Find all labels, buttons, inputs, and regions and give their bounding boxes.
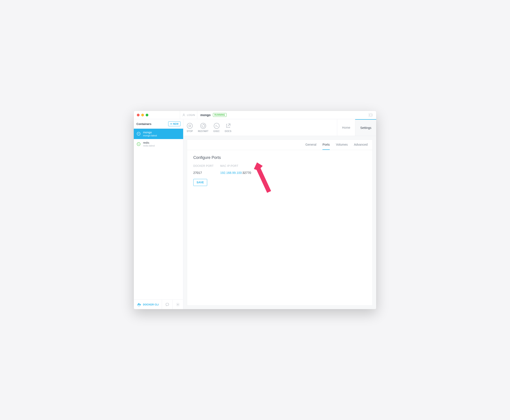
sidebar-item-mongo[interactable]: mongo mongo:latest xyxy=(134,129,183,139)
sidebar-item-redis[interactable]: redis redis:latest xyxy=(134,139,183,150)
svg-rect-3 xyxy=(138,304,138,305)
plus-icon: + xyxy=(170,123,172,125)
col-mac-ip-port: MAC IP:PORT xyxy=(220,164,258,171)
stop-label: STOP xyxy=(187,130,193,132)
stop-icon xyxy=(187,122,193,129)
tab-settings[interactable]: Settings xyxy=(355,119,376,136)
section-title: Configure Ports xyxy=(193,155,366,160)
svg-point-8 xyxy=(187,123,192,128)
preferences-button[interactable] xyxy=(172,300,183,309)
toolbar: STOP RESTART EXEC DOCS xyxy=(183,119,376,136)
new-label: NEW xyxy=(173,122,179,125)
titlebar: LOGIN mongo RUNNING xyxy=(134,111,376,119)
main: STOP RESTART EXEC DOCS xyxy=(183,119,376,309)
cli-label: DOCKER CLI xyxy=(143,303,159,306)
restart-icon xyxy=(200,122,207,129)
restart-label: RESTART xyxy=(198,130,209,132)
container-name: mongo xyxy=(200,113,211,117)
terminal-icon xyxy=(213,122,220,129)
sidebar: Containers + NEW mongo mongo:latest xyxy=(134,119,183,309)
container-running-icon xyxy=(136,132,141,136)
sidebar-item-sublabel: redis:latest xyxy=(143,144,155,147)
tab-home[interactable]: Home xyxy=(337,119,355,136)
svg-point-0 xyxy=(183,114,184,115)
svg-point-7 xyxy=(177,304,179,305)
app-window: LOGIN mongo RUNNING Containers + NEW xyxy=(134,111,376,309)
sidebar-item-label: mongo xyxy=(143,131,157,134)
save-button[interactable]: SAVE xyxy=(193,179,207,186)
zoom-window-button[interactable] xyxy=(146,114,148,116)
svg-rect-5 xyxy=(139,304,140,305)
svg-rect-4 xyxy=(138,304,139,305)
stop-button[interactable]: STOP xyxy=(187,122,193,132)
body: Containers + NEW mongo mongo:latest xyxy=(134,119,376,309)
gear-icon xyxy=(176,303,180,307)
sidebar-title: Containers xyxy=(136,122,151,126)
main-tabs: Home Settings xyxy=(337,119,376,136)
col-docker-port: DOCKER PORT xyxy=(193,164,220,171)
docs-label: DOCS xyxy=(225,130,232,132)
new-container-button[interactable]: + NEW xyxy=(168,121,180,126)
subtab-general[interactable]: General xyxy=(306,143,316,150)
ports-table: DOCKER PORT MAC IP:PORT 27017 192.168.99… xyxy=(193,164,258,179)
user-icon xyxy=(182,113,186,117)
sidebar-item-label: redis xyxy=(143,141,155,144)
whale-icon xyxy=(137,302,141,307)
feedback-button[interactable] xyxy=(162,300,172,309)
exec-label: EXEC xyxy=(214,130,220,132)
svg-point-10 xyxy=(201,123,206,128)
container-list: mongo mongo:latest redis redis:latest xyxy=(134,129,183,300)
panel-body: Configure Ports DOCKER PORT MAC IP:PORT xyxy=(187,150,373,191)
table-row: 27017 192.168.99.100:32770 xyxy=(193,171,258,179)
svg-rect-6 xyxy=(138,303,139,304)
settings-subtabs: General Ports Volumes Advanced xyxy=(187,140,373,150)
close-window-button[interactable] xyxy=(137,114,140,116)
ip-link[interactable]: 192.168.99.100 xyxy=(220,171,241,174)
minimize-window-button[interactable] xyxy=(141,114,144,116)
login-label: LOGIN xyxy=(187,114,195,116)
external-link-icon xyxy=(225,122,232,129)
svg-rect-9 xyxy=(189,125,191,127)
cell-docker-port: 27017 xyxy=(193,171,220,179)
subtab-advanced[interactable]: Advanced xyxy=(354,143,368,150)
brand-logo xyxy=(365,111,376,119)
restart-button[interactable]: RESTART xyxy=(198,122,209,132)
content: General Ports Volumes Advanced Configure… xyxy=(183,136,376,309)
sidebar-footer: DOCKER CLI xyxy=(134,300,183,309)
docker-cli-button[interactable]: DOCKER CLI xyxy=(134,300,162,309)
login-button[interactable]: LOGIN xyxy=(180,111,197,119)
action-bar: STOP RESTART EXEC DOCS xyxy=(187,119,337,136)
sidebar-item-sublabel: mongo:latest xyxy=(143,134,157,137)
title-main: mongo RUNNING xyxy=(197,111,365,119)
settings-panel: General Ports Volumes Advanced Configure… xyxy=(187,140,373,306)
window-controls xyxy=(134,111,180,119)
docs-button[interactable]: DOCS xyxy=(225,122,232,132)
exec-button[interactable]: EXEC xyxy=(213,122,220,132)
kitematic-logo-icon xyxy=(368,112,373,117)
sidebar-header: Containers + NEW xyxy=(134,119,183,129)
subtab-volumes[interactable]: Volumes xyxy=(336,143,348,150)
chat-icon xyxy=(165,303,169,307)
container-running-icon xyxy=(136,142,141,146)
host-port: 32770 xyxy=(242,171,251,174)
cell-mac-ip-port: 192.168.99.100:32770 xyxy=(220,171,258,179)
status-badge: RUNNING xyxy=(213,113,227,117)
subtab-ports[interactable]: Ports xyxy=(322,143,330,150)
